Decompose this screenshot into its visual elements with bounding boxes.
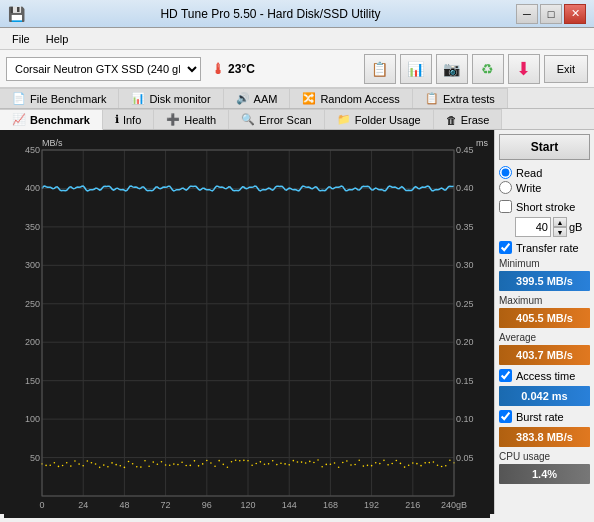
- access-time-bar: 0.042 ms: [499, 386, 590, 406]
- tab-health[interactable]: ➕ Health: [154, 109, 229, 129]
- minimize-button[interactable]: ─: [516, 4, 538, 24]
- burst-rate-label: Burst rate: [516, 411, 564, 423]
- maximum-value: 405.5 MB/s: [516, 312, 573, 324]
- stroke-unit-label: gB: [569, 221, 582, 233]
- start-button[interactable]: Start: [499, 134, 590, 160]
- benchmark-icon: 📈: [12, 113, 26, 126]
- burst-rate-section: 383.8 MB/s: [499, 427, 590, 447]
- menu-help[interactable]: Help: [38, 31, 77, 47]
- burst-rate-value: 383.8 MB/s: [516, 431, 573, 443]
- maximum-bar: 405.5 MB/s: [499, 308, 590, 328]
- tab-error-scan[interactable]: 🔍 Error Scan: [229, 109, 325, 129]
- minimum-bar: 399.5 MB/s: [499, 271, 590, 291]
- tab-aam[interactable]: 🔊 AAM: [224, 88, 291, 108]
- close-button[interactable]: ✕: [564, 4, 586, 24]
- title-bar: 💾 HD Tune Pro 5.50 - Hard Disk/SSD Utili…: [0, 0, 594, 28]
- file-benchmark-icon: 📄: [12, 92, 26, 105]
- write-radio-row: Write: [499, 181, 590, 194]
- cpu-usage-value: 1.4%: [532, 468, 557, 480]
- read-radio[interactable]: [499, 166, 512, 179]
- stroke-value-input[interactable]: [515, 217, 551, 237]
- random-access-icon: 🔀: [302, 92, 316, 105]
- maximum-section: Maximum 405.5 MB/s: [499, 295, 590, 328]
- read-radio-row: Read: [499, 166, 590, 179]
- folder-usage-icon: 📁: [337, 113, 351, 126]
- write-radio[interactable]: [499, 181, 512, 194]
- benchmark-chart: [4, 134, 490, 518]
- cpu-usage-label: CPU usage: [499, 451, 590, 462]
- minimum-label: Minimum: [499, 258, 590, 269]
- menu-bar: File Help: [0, 28, 594, 50]
- tab-info[interactable]: ℹ Info: [103, 109, 154, 129]
- thermometer-icon: 🌡: [211, 61, 225, 77]
- toolbar-btn-5[interactable]: ⬇: [508, 54, 540, 84]
- access-time-section: 0.042 ms: [499, 386, 590, 406]
- erase-icon: 🗑: [446, 114, 457, 126]
- average-section: Average 403.7 MB/s: [499, 332, 590, 365]
- burst-rate-checkbox[interactable]: [499, 410, 512, 423]
- access-time-checkbox[interactable]: [499, 369, 512, 382]
- extra-tests-icon: 📋: [425, 92, 439, 105]
- cpu-usage-bar: 1.4%: [499, 464, 590, 484]
- info-icon: ℹ: [115, 113, 119, 126]
- temperature-value: 23°C: [228, 62, 255, 76]
- short-stroke-checkbox[interactable]: [499, 200, 512, 213]
- error-scan-icon: 🔍: [241, 113, 255, 126]
- tab-file-benchmark[interactable]: 📄 File Benchmark: [0, 88, 119, 108]
- maximum-label: Maximum: [499, 295, 590, 306]
- transfer-rate-row: Transfer rate: [499, 241, 590, 254]
- tab-folder-usage[interactable]: 📁 Folder Usage: [325, 109, 434, 129]
- minimum-value: 399.5 MB/s: [516, 275, 573, 287]
- window-controls: ─ □ ✕: [516, 4, 586, 24]
- access-time-label: Access time: [516, 370, 575, 382]
- toolbar: Corsair Neutron GTX SSD (240 gB) 🌡 23°C …: [0, 50, 594, 88]
- toolbar-btn-4[interactable]: ♻: [472, 54, 504, 84]
- stroke-spinners: ▲ ▼: [553, 217, 567, 237]
- maximize-button[interactable]: □: [540, 4, 562, 24]
- access-time-value: 0.042 ms: [521, 390, 567, 402]
- stroke-input-row: ▲ ▼ gB: [515, 217, 590, 237]
- access-time-row: Access time: [499, 369, 590, 382]
- tab-row-2: 📈 Benchmark ℹ Info ➕ Health 🔍 Error Scan…: [0, 109, 594, 130]
- tab-row-1: 📄 File Benchmark 📊 Disk monitor 🔊 AAM 🔀 …: [0, 88, 594, 109]
- read-label: Read: [516, 167, 542, 179]
- health-icon: ➕: [166, 113, 180, 126]
- disk-monitor-icon: 📊: [131, 92, 145, 105]
- average-value: 403.7 MB/s: [516, 349, 573, 361]
- stroke-up-button[interactable]: ▲: [553, 217, 567, 227]
- drive-select[interactable]: Corsair Neutron GTX SSD (240 gB): [6, 57, 201, 81]
- tab-erase[interactable]: 🗑 Erase: [434, 109, 503, 129]
- app-icon: 💾: [8, 6, 25, 22]
- burst-rate-bar: 383.8 MB/s: [499, 427, 590, 447]
- chart-area: [0, 130, 494, 514]
- window-title: HD Tune Pro 5.50 - Hard Disk/SSD Utility: [25, 7, 516, 21]
- short-stroke-row: Short stroke: [499, 200, 590, 213]
- tab-extra-tests[interactable]: 📋 Extra tests: [413, 88, 508, 108]
- toolbar-btn-3[interactable]: 📷: [436, 54, 468, 84]
- read-write-group: Read Write: [499, 164, 590, 196]
- toolbar-btn-1[interactable]: 📋: [364, 54, 396, 84]
- transfer-rate-label: Transfer rate: [516, 242, 579, 254]
- exit-button[interactable]: Exit: [544, 55, 588, 83]
- temperature-display: 🌡 23°C: [205, 59, 261, 79]
- transfer-rate-checkbox[interactable]: [499, 241, 512, 254]
- tab-random-access[interactable]: 🔀 Random Access: [290, 88, 412, 108]
- average-label: Average: [499, 332, 590, 343]
- tab-disk-monitor[interactable]: 📊 Disk monitor: [119, 88, 223, 108]
- write-label: Write: [516, 182, 541, 194]
- burst-rate-row: Burst rate: [499, 410, 590, 423]
- stroke-down-button[interactable]: ▼: [553, 227, 567, 237]
- toolbar-btn-2[interactable]: 📊: [400, 54, 432, 84]
- short-stroke-label: Short stroke: [516, 201, 575, 213]
- minimum-section: Minimum 399.5 MB/s: [499, 258, 590, 291]
- average-bar: 403.7 MB/s: [499, 345, 590, 365]
- tab-benchmark[interactable]: 📈 Benchmark: [0, 109, 103, 130]
- cpu-usage-section: CPU usage 1.4%: [499, 451, 590, 484]
- right-panel: Start Read Write Short stroke ▲ ▼ gB: [494, 130, 594, 514]
- main-content: Start Read Write Short stroke ▲ ▼ gB: [0, 130, 594, 514]
- aam-icon: 🔊: [236, 92, 250, 105]
- menu-file[interactable]: File: [4, 31, 38, 47]
